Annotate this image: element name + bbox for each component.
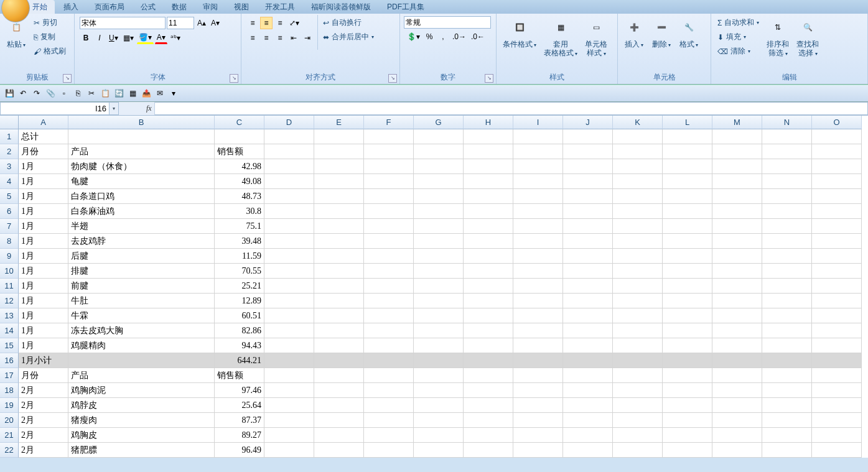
cell[interactable] <box>712 308 762 323</box>
cell[interactable] <box>663 308 712 323</box>
cell[interactable] <box>464 368 513 383</box>
cell[interactable] <box>762 338 812 353</box>
cell[interactable]: 鸡胸肉泥 <box>68 383 215 398</box>
table-row[interactable]: 1月白条道口鸡48.73 <box>19 189 862 204</box>
cell[interactable] <box>513 383 563 398</box>
cell[interactable] <box>314 204 364 219</box>
font-launcher[interactable]: ↘ <box>230 74 238 83</box>
col-header-I[interactable]: I <box>513 116 563 129</box>
cell[interactable] <box>563 338 613 353</box>
cell[interactable]: 1月小计 <box>19 353 68 368</box>
cell[interactable] <box>712 383 762 398</box>
cell[interactable]: 25.21 <box>215 279 264 294</box>
row-header[interactable]: 2 <box>0 144 19 159</box>
row-header[interactable]: 20 <box>0 413 19 428</box>
cell[interactable]: 75.1 <box>215 219 264 234</box>
cell[interactable] <box>364 264 414 279</box>
cell[interactable] <box>364 353 414 368</box>
tab-公式[interactable]: 公式 <box>133 0 163 14</box>
cell[interactable] <box>414 383 464 398</box>
cell[interactable] <box>812 204 862 219</box>
row-header[interactable]: 1 <box>0 129 19 144</box>
cell[interactable]: 猪瘦肉 <box>68 413 215 428</box>
col-header-G[interactable]: G <box>414 116 464 129</box>
cell[interactable] <box>762 294 812 308</box>
col-header-C[interactable]: C <box>215 116 264 129</box>
cell[interactable] <box>513 249 563 264</box>
paste-icon[interactable]: 📋 <box>100 88 111 99</box>
col-header-O[interactable]: O <box>812 116 862 129</box>
comma-button[interactable]: , <box>437 30 449 43</box>
col-header-N[interactable]: N <box>762 116 812 129</box>
cell[interactable] <box>414 174 464 189</box>
cell[interactable]: 牛肚 <box>68 294 215 308</box>
cell[interactable] <box>762 308 812 323</box>
cell[interactable] <box>812 308 862 323</box>
cell[interactable] <box>663 129 712 144</box>
cell[interactable] <box>812 129 862 144</box>
cell[interactable]: 1月 <box>19 279 68 294</box>
cell[interactable] <box>264 249 314 264</box>
cell[interactable] <box>314 368 364 383</box>
table-row[interactable]: 1月牛霖60.51 <box>19 308 862 323</box>
increase-font[interactable]: A▴ <box>195 17 208 29</box>
formula-input[interactable] <box>155 102 868 115</box>
cell[interactable] <box>663 368 712 383</box>
cell[interactable] <box>712 204 762 219</box>
cell[interactable]: 97.46 <box>215 383 264 398</box>
cell[interactable] <box>663 159 712 174</box>
cell[interactable] <box>663 294 712 308</box>
cell[interactable] <box>414 279 464 294</box>
cell[interactable] <box>762 383 812 398</box>
cell[interactable] <box>613 279 663 294</box>
autosum-button[interactable]: Σ自动求和 <box>715 16 762 29</box>
cell[interactable] <box>464 443 513 458</box>
cell[interactable] <box>264 308 314 323</box>
cell[interactable] <box>314 174 364 189</box>
cell[interactable]: 总计 <box>19 129 68 144</box>
table-row[interactable]: 1月半翅75.1 <box>19 219 862 234</box>
cell[interactable] <box>613 249 663 264</box>
cell[interactable] <box>414 368 464 383</box>
format-painter-button[interactable]: 🖌格式刷 <box>31 45 68 58</box>
cell[interactable] <box>663 353 712 368</box>
cell[interactable] <box>762 129 812 144</box>
cell[interactable] <box>464 189 513 204</box>
font-name[interactable] <box>80 17 166 29</box>
cell[interactable] <box>414 234 464 249</box>
cell[interactable] <box>812 383 862 398</box>
clear-button[interactable]: ⌫清除 <box>715 45 762 58</box>
cell[interactable] <box>464 353 513 368</box>
tab-开发工具[interactable]: 开发工具 <box>258 0 302 14</box>
align-left[interactable]: ≡ <box>246 32 259 44</box>
cell[interactable]: 产品 <box>68 368 215 383</box>
cell[interactable] <box>464 398 513 413</box>
number-launcher[interactable]: ↘ <box>485 74 493 83</box>
row-header[interactable]: 13 <box>0 308 19 323</box>
col-header-M[interactable]: M <box>712 116 762 129</box>
cell[interactable] <box>762 443 812 458</box>
cell[interactable] <box>613 368 663 383</box>
cell[interactable] <box>264 443 314 458</box>
align-top[interactable]: ≡ <box>246 17 259 29</box>
cell[interactable]: 1月 <box>19 234 68 249</box>
cell[interactable] <box>314 279 364 294</box>
cell[interactable]: 白条道口鸡 <box>68 189 215 204</box>
cell[interactable] <box>414 264 464 279</box>
cell[interactable] <box>613 234 663 249</box>
cell[interactable] <box>762 279 812 294</box>
cell[interactable] <box>464 174 513 189</box>
cell[interactable]: 1月 <box>19 204 68 219</box>
cell[interactable] <box>264 189 314 204</box>
find-select-button[interactable]: 🔍查找和 选择 <box>793 15 823 58</box>
cell[interactable] <box>314 308 364 323</box>
copy-button[interactable]: ⎘复制 <box>31 30 68 44</box>
row-header[interactable]: 11 <box>0 279 19 294</box>
cell[interactable] <box>513 159 563 174</box>
cell[interactable]: 82.86 <box>215 323 264 338</box>
cell[interactable] <box>712 413 762 428</box>
cell[interactable] <box>414 219 464 234</box>
cell[interactable] <box>513 234 563 249</box>
cell[interactable] <box>663 219 712 234</box>
cell[interactable] <box>364 398 414 413</box>
